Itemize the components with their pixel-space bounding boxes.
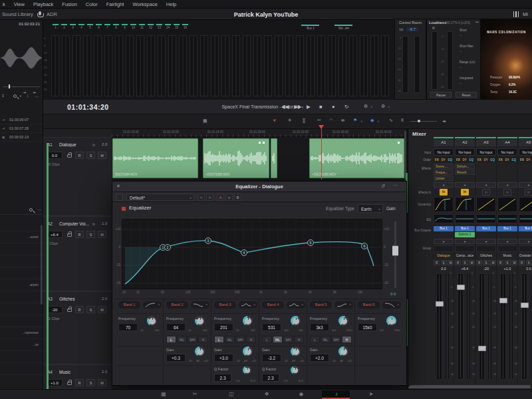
- preset-prev-button[interactable]: <: [198, 194, 205, 201]
- frequency-value[interactable]: 531: [262, 323, 281, 331]
- effects-in-toggle[interactable]: In: [503, 189, 511, 196]
- track-s-button[interactable]: S: [86, 306, 95, 313]
- add-effect-button[interactable]: +: [476, 182, 496, 188]
- effect-slot[interactable]: Limiter: [434, 176, 454, 181]
- fade-tool-icon[interactable]: ◠: [329, 118, 333, 123]
- effects-in-toggle[interactable]: In: [482, 189, 490, 196]
- group-slot[interactable]: [476, 245, 496, 252]
- eq-gain-fader-thumb[interactable]: [392, 245, 398, 256]
- history-icon[interactable]: ↺: [381, 184, 385, 189]
- eq-enable-toggle[interactable]: [122, 207, 126, 211]
- add-bus-button[interactable]: +: [519, 239, 532, 244]
- timeline-view-options-icon[interactable]: ▦: [203, 118, 207, 124]
- zoom-slider[interactable]: [410, 121, 437, 122]
- frequency-value[interactable]: 201: [214, 323, 233, 331]
- frequency-knob[interactable]: [195, 316, 205, 326]
- crossover-mh-button[interactable]: MH: [235, 336, 245, 343]
- zoom-slider-thumb[interactable]: [418, 120, 420, 122]
- loop-button[interactable]: ↻: [344, 104, 348, 110]
- band-shape-dropdown[interactable]: ∨: [334, 301, 353, 309]
- page-cut-button[interactable]: ✂: [191, 391, 199, 397]
- list-item[interactable]: [0, 243, 43, 255]
- group-slot[interactable]: [497, 245, 517, 252]
- channel-order-chips[interactable]: FXDYEQ: [519, 157, 532, 162]
- order-chip-dy[interactable]: DY: [505, 158, 509, 162]
- frequency-knob[interactable]: [386, 316, 396, 326]
- channel-input-select[interactable]: No Input: [476, 148, 496, 156]
- lock-icon[interactable]: [67, 154, 72, 158]
- audio-clip[interactable]: • DSCF2085.MOV: [203, 138, 269, 178]
- order-chip-eq[interactable]: EQ: [469, 158, 474, 162]
- crossover-h-button[interactable]: H: [342, 336, 352, 343]
- crossover-h-button[interactable]: H: [294, 336, 304, 343]
- band-label[interactable]: Band 1: [118, 301, 140, 309]
- menu-item-help[interactable]: Help: [166, 1, 176, 7]
- track-header-a1[interactable]: [43, 137, 112, 216]
- sound-library-button[interactable]: Sound Library: [2, 11, 33, 17]
- crossover-mh-button[interactable]: MH: [331, 336, 341, 343]
- group-slot[interactable]: [519, 245, 532, 252]
- marker-icon[interactable]: ◆: [370, 118, 374, 123]
- more-options-icon[interactable]: ⋯: [37, 207, 41, 211]
- q-factor-value[interactable]: 2.3: [214, 374, 231, 382]
- menu-item-workspace[interactable]: Workspace: [132, 1, 157, 7]
- band-shape-dropdown[interactable]: ∨: [191, 301, 209, 309]
- effect-slot[interactable]: Reverb: [455, 170, 475, 175]
- channel-fader-thumb[interactable]: [436, 301, 444, 307]
- flag-icon[interactable]: ⚑: [353, 118, 357, 123]
- channel-s-button[interactable]: S: [526, 260, 532, 265]
- channel-r-button[interactable]: R: [519, 260, 525, 265]
- order-chip-eq[interactable]: EQ: [491, 158, 495, 162]
- gain-knob[interactable]: [338, 346, 348, 356]
- search-icon[interactable]: [29, 208, 33, 211]
- audio-clip[interactable]: [271, 138, 277, 178]
- channel-m-button[interactable]: M: [490, 260, 496, 265]
- gain-value[interactable]: +3.0: [214, 354, 233, 362]
- preview-progress-thumb[interactable]: [9, 84, 10, 88]
- add-effect-button[interactable]: +: [455, 182, 475, 188]
- list-item[interactable]: [0, 219, 43, 231]
- more-options-icon[interactable]: ⋯: [393, 183, 398, 188]
- track-r-button[interactable]: R: [75, 231, 84, 238]
- order-chip-fx[interactable]: FX: [477, 158, 481, 162]
- frequency-value[interactable]: 15k0: [358, 323, 377, 331]
- band-shape-dropdown[interactable]: ∨: [239, 301, 257, 309]
- more-options-icon[interactable]: ⋯: [35, 94, 39, 98]
- search-icon[interactable]: [13, 94, 17, 98]
- crossover-mh-button[interactable]: MH: [188, 336, 198, 343]
- track-r-button[interactable]: R: [75, 379, 84, 386]
- channel-order-chips[interactable]: FXDYEQ: [476, 157, 496, 162]
- menu-item-fairlight[interactable]: Fairlight: [106, 1, 124, 7]
- band-shape-dropdown[interactable]: ∨: [143, 301, 162, 309]
- effects-in-toggle[interactable]: In: [440, 189, 448, 196]
- playhead-line[interactable]: [321, 128, 323, 180]
- gain-value[interactable]: +0.3: [166, 354, 186, 362]
- link-icon[interactable]: ∞: [341, 118, 344, 122]
- bus-output-chip[interactable]: Bus 1: [434, 226, 454, 231]
- timeline-selector[interactable]: SpaceX Final Transmission - Color 04 ∨: [176, 104, 349, 109]
- dynamics-thumbnail[interactable]: [497, 197, 517, 212]
- crossover-ml-button[interactable]: ML: [177, 336, 187, 343]
- frequency-value[interactable]: 64: [166, 323, 186, 331]
- crossover-l-button[interactable]: L: [310, 336, 320, 343]
- band-label[interactable]: Band 6: [358, 301, 380, 309]
- page-fusion-button[interactable]: ❖: [263, 391, 271, 397]
- effect-slot[interactable]: Stereo ...: [434, 164, 454, 169]
- track-s-button[interactable]: S: [86, 231, 95, 238]
- list-item[interactable]: [0, 363, 43, 375]
- timeline-horizontal-scrollbar[interactable]: [408, 386, 531, 388]
- eq-thumbnail[interactable]: [434, 214, 454, 223]
- mixer-toggle-button[interactable]: Mi: [523, 11, 528, 17]
- range-tool-icon[interactable]: ✛: [288, 118, 292, 123]
- dynamics-thumbnail[interactable]: [519, 197, 532, 212]
- band-shape-dropdown[interactable]: ∨: [382, 301, 401, 309]
- menu-item-playback[interactable]: Playback: [33, 1, 53, 7]
- channel-fader-thumb[interactable]: [521, 303, 529, 308]
- list-view-icon[interactable]: ≡: [2, 94, 5, 98]
- channel-fader-thumb[interactable]: [457, 285, 465, 290]
- crossover-ml-button[interactable]: ML: [225, 336, 235, 343]
- transport-option-1-button[interactable]: ⚙: [364, 104, 368, 109]
- crossover-l-button[interactable]: L: [166, 336, 176, 343]
- track-gain-value[interactable]: +6.4: [47, 231, 63, 238]
- channel-input-select[interactable]: No Input: [497, 148, 517, 156]
